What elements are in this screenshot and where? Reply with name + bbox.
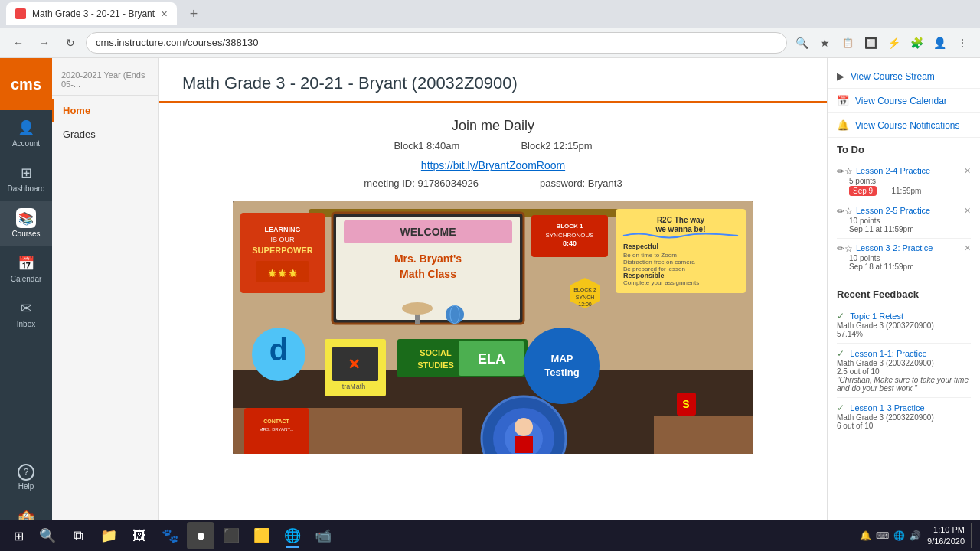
todo-item: ✏☆ Lesson 2-5 Practice ✕ 10 points Sep 1… — [837, 201, 971, 239]
search-toolbar-icon[interactable]: 🔍 — [792, 33, 812, 53]
taskbar-app-2[interactable]: 🐾 — [156, 522, 184, 549]
stream-link-label: View Course Stream — [851, 71, 935, 82]
taskbar-show-desktop[interactable] — [971, 523, 974, 548]
sidebar-item-inbox[interactable]: ✉ Inbox — [0, 291, 52, 336]
svg-text:WELCOME: WELCOME — [400, 226, 456, 238]
view-course-calendar-link[interactable]: 📅 View Course Calendar — [828, 89, 980, 113]
notifications-link-icon: 🔔 — [837, 119, 849, 131]
todo-close-button[interactable]: ✕ — [964, 243, 971, 253]
sidebar-item-account[interactable]: 👤 Account — [0, 110, 52, 155]
svg-text:Mrs. Bryant's: Mrs. Bryant's — [394, 253, 462, 265]
svg-text:R2C The way: R2C The way — [657, 216, 705, 224]
svg-text:Respectful: Respectful — [623, 243, 658, 250]
page-title: Math Grade 3 - 20-21 - Bryant (20032Z090… — [182, 73, 804, 93]
view-course-notifications-link[interactable]: 🔔 View Course Notifications — [828, 113, 980, 138]
todo-item-name[interactable]: Lesson 2-5 Practice — [856, 206, 961, 215]
taskbar-app-3[interactable]: ⏺ — [187, 522, 214, 549]
svg-point-17 — [446, 305, 464, 324]
sidebar-item-help[interactable]: ? Help — [0, 456, 52, 498]
course-nav-home[interactable]: Home — [52, 99, 158, 122]
feedback-check-icon: ✓ — [837, 348, 844, 359]
inbox-label: Inbox — [17, 320, 35, 328]
sidebar-item-dashboard[interactable]: ⊞ Dashboard — [0, 155, 52, 201]
feedback-item-name[interactable]: Topic 1 Retest — [850, 311, 903, 321]
todo-item: ✏☆ Lesson 2-4 Practice ✕ 5 points Sep 9 … — [837, 161, 971, 201]
meeting-password: password: Bryant3 — [540, 178, 622, 189]
svg-text:Math Class: Math Class — [400, 268, 456, 280]
start-button[interactable]: ⊞ — [6, 523, 31, 548]
taskbar-app-1[interactable]: 🖼 — [126, 522, 153, 549]
chrome-button[interactable]: 🌐 — [279, 522, 306, 549]
sidebar-item-calendar[interactable]: 📅 Calendar — [0, 246, 52, 291]
calendar-icon: 📅 — [16, 253, 36, 273]
calendar-link-label: View Course Calendar — [855, 96, 947, 106]
tab-favicon — [15, 8, 26, 19]
svg-text:S: S — [682, 398, 689, 410]
svg-text:12:00: 12:00 — [578, 302, 592, 307]
course-year-label: 2020-2021 Year (Ends 05-... — [52, 64, 158, 96]
bookmark-icon[interactable]: ★ — [815, 33, 835, 53]
taskbar-network-icon[interactable]: 🌐 — [893, 530, 905, 541]
extension-icon2[interactable]: 🔲 — [861, 33, 880, 53]
extension-icon1[interactable]: 📋 — [838, 33, 858, 53]
feedback-course: Math Grade 3 (20032Z0900) — [837, 359, 971, 367]
cms-logo[interactable]: cms — [0, 58, 52, 110]
dashboard-icon: ⊞ — [16, 163, 36, 183]
taskbar-app-5[interactable]: 🟨 — [248, 522, 276, 549]
svg-text:✕: ✕ — [348, 356, 361, 373]
search-button[interactable]: 🔍 — [34, 522, 61, 549]
svg-text:SOCIAL: SOCIAL — [420, 348, 452, 357]
extension-icon4[interactable]: 🧩 — [906, 33, 926, 53]
calendar-link-icon: 📅 — [837, 95, 849, 106]
svg-point-16 — [402, 302, 433, 315]
feedback-item: ✓ Topic 1 Retest Math Grade 3 (20032Z090… — [837, 306, 971, 344]
svg-text:IS OUR: IS OUR — [270, 236, 295, 243]
taskbar-system-icons: 🔔 ⌨ 🌐 🔊 — [860, 530, 921, 541]
course-nav-grades[interactable]: Grades — [52, 122, 158, 146]
svg-text:STUDIES: STUDIES — [417, 360, 454, 370]
file-explorer-button[interactable]: 📁 — [95, 522, 122, 549]
todo-close-button[interactable]: ✕ — [964, 166, 971, 176]
todo-title: To Do — [837, 144, 971, 155]
forward-button[interactable]: → — [34, 32, 55, 54]
svg-text:MRS. BRYANT...: MRS. BRYANT... — [260, 427, 294, 432]
dashboard-label: Dashboard — [8, 184, 45, 193]
svg-text:Be on time to Zoom: Be on time to Zoom — [623, 252, 677, 259]
task-view-button[interactable]: ⧉ — [64, 522, 92, 549]
view-course-stream-link[interactable]: ▶ View Course Stream — [828, 64, 980, 89]
svg-text:LEARNING: LEARNING — [265, 226, 301, 233]
taskbar: ⊞ 🔍 ⧉ 📁 🖼 🐾 ⏺ ⬛ 🟨 🌐 📹 🔔 ⌨ 🌐 🔊 1:10 PM 9/… — [0, 520, 980, 551]
feedback-score: 6 out of 10 — [837, 422, 971, 430]
back-button[interactable]: ← — [8, 32, 29, 54]
todo-date: 11:59pm — [891, 187, 921, 195]
browser-tab[interactable]: Math Grade 3 - 20-21 - Bryant (2... ✕ — [6, 2, 177, 25]
feedback-item-name[interactable]: Lesson 1-3 Practice — [850, 403, 924, 412]
address-bar[interactable] — [86, 32, 787, 54]
taskbar-keyboard-icon[interactable]: ⌨ — [876, 530, 889, 541]
new-tab-button[interactable]: + — [183, 3, 204, 24]
tab-close-button[interactable]: ✕ — [161, 9, 168, 19]
todo-points: 10 points — [849, 254, 971, 262]
todo-item-name[interactable]: Lesson 2-4 Practice — [856, 166, 961, 175]
feedback-item-name[interactable]: Lesson 1-1: Practice — [850, 349, 926, 358]
zoom-button[interactable]: 📹 — [309, 522, 337, 549]
zoom-link[interactable]: https://bit.ly/BryantZoomRoom — [182, 159, 804, 171]
browser-toolbar: ← → ↻ 🔍 ★ 📋 🔲 ⚡ 🧩 👤 ⋮ — [0, 28, 980, 58]
taskbar-notification-icon[interactable]: 🔔 — [860, 530, 871, 541]
todo-item: ✏☆ Lesson 3-2: Practice ✕ 10 points Sep … — [837, 239, 971, 276]
profile-icon[interactable]: 👤 — [929, 33, 949, 53]
feedback-section: Recent Feedback ✓ Topic 1 Retest Math Gr… — [828, 282, 980, 442]
taskbar-app-4[interactable]: ⬛ — [217, 522, 245, 549]
taskbar-volume-icon[interactable]: 🔊 — [910, 530, 921, 541]
sidebar-item-courses[interactable]: 📚 Courses — [0, 201, 52, 246]
account-label: Account — [12, 139, 40, 148]
todo-item-name[interactable]: Lesson 3-2: Practice — [856, 243, 961, 253]
todo-check-icon: ✏☆ — [837, 243, 853, 254]
todo-close-button[interactable]: ✕ — [964, 206, 971, 216]
refresh-button[interactable]: ↻ — [60, 32, 81, 54]
settings-icon[interactable]: ⋮ — [952, 33, 972, 53]
taskbar-clock[interactable]: 1:10 PM 9/16/2020 — [927, 524, 965, 548]
inbox-icon: ✉ — [16, 298, 36, 318]
taskbar-right: 🔔 ⌨ 🌐 🔊 1:10 PM 9/16/2020 — [860, 523, 974, 548]
extension-icon3[interactable]: ⚡ — [884, 33, 903, 53]
